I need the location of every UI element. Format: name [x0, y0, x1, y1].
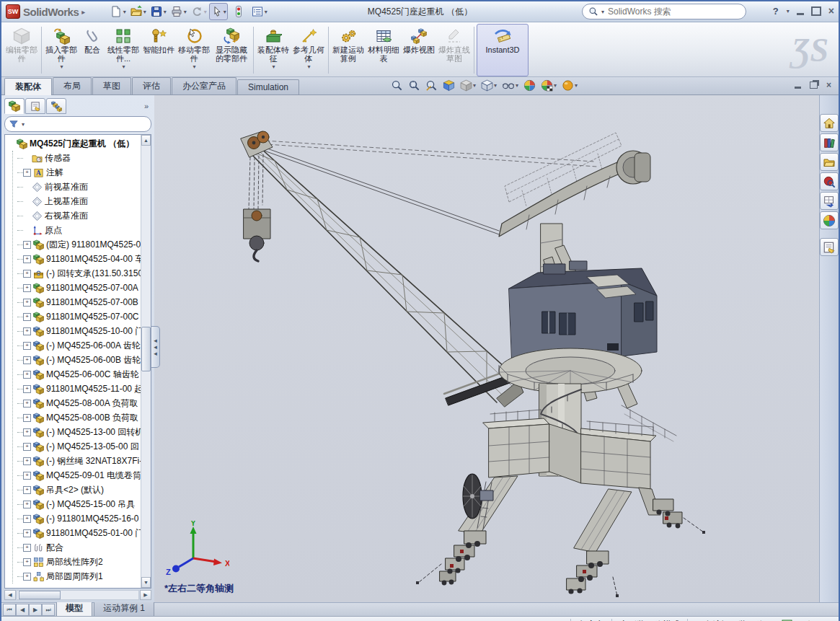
tree-item-linear-pattern[interactable]: +局部线性阵列2: [13, 555, 141, 569]
tab-layout[interactable]: 布局: [53, 77, 92, 94]
solidworks-resources-button[interactable]: [820, 114, 839, 132]
expand-toggle[interactable]: +: [23, 284, 31, 292]
edit-component-button[interactable]: 编辑零部件: [4, 24, 39, 76]
expand-toggle[interactable]: +: [23, 486, 31, 494]
first-tab-button[interactable]: ⏮: [3, 604, 16, 616]
help-caret[interactable]: ▾: [787, 8, 790, 14]
tree-item-component[interactable]: +(-) MQ4525-06-00A 齿轮: [13, 338, 141, 353]
undo-button[interactable]: ▾: [189, 3, 208, 20]
apply-scene-button[interactable]: ▾: [539, 79, 558, 92]
expand-toggle[interactable]: +: [23, 529, 31, 537]
expand-toggle[interactable]: +: [23, 515, 31, 523]
tree-item-component[interactable]: +(-) MQ4525-13-05-00 回: [13, 439, 141, 454]
tree-item-component[interactable]: +MQ4525-08-00A 负荷取: [13, 396, 141, 410]
model-tab[interactable]: 模型: [56, 601, 92, 616]
tree-item-component[interactable]: +(-) MQ4525-15-00 吊具: [13, 497, 141, 511]
tree-horizontal-scrollbar[interactable]: ◀ ▶: [4, 590, 151, 600]
doc-close-button[interactable]: ×: [826, 80, 831, 90]
tree-item-annotations[interactable]: +注解: [13, 165, 141, 180]
appearances-scenes-button[interactable]: [820, 211, 839, 229]
doc-minimize-button[interactable]: [795, 87, 801, 89]
scroll-down-arrow[interactable]: ▼: [141, 577, 151, 588]
expand-toggle[interactable]: +: [23, 255, 31, 263]
linear-component-pattern-button[interactable]: 线性零部件...▾: [106, 24, 141, 76]
graphics-area[interactable]: Y X Z *左右二等角轴测: [154, 95, 819, 602]
tree-item-component[interactable]: +MQ4525-09-01 电缆卷筒: [13, 468, 141, 483]
tree-item-circular-pattern[interactable]: +局部圆周阵列1: [13, 569, 141, 583]
print-button[interactable]: ▾: [169, 3, 187, 20]
tree-item-component[interactable]: +911801MQ4525-07-00A: [13, 281, 141, 295]
expand-toggle[interactable]: +: [23, 544, 31, 552]
tree-item-component[interactable]: +(-) MQ4525-06-00B 齿轮: [13, 353, 141, 367]
new-motion-study-button[interactable]: 新建运动算例: [331, 24, 366, 76]
search-box[interactable]: ▾: [582, 4, 746, 19]
scroll-up-arrow[interactable]: ▲: [141, 135, 151, 146]
search-scope-caret[interactable]: ▾: [601, 9, 604, 15]
expand-toggle[interactable]: +: [23, 501, 31, 508]
tree-item-origin[interactable]: 原点: [13, 223, 141, 237]
section-view-button[interactable]: [441, 79, 456, 92]
expand-toggle[interactable]: +: [23, 428, 31, 436]
tree-item-component[interactable]: +911801MQ4525-07-00B: [13, 295, 141, 309]
panel-splitter-handle[interactable]: ◂◂◂: [151, 326, 160, 368]
menu-expand-arrow[interactable]: ▸: [81, 8, 85, 16]
prev-tab-button[interactable]: ◀: [16, 604, 29, 616]
expand-toggle[interactable]: +: [23, 342, 31, 350]
show-hidden-components-button[interactable]: 显示隐藏的零部件: [212, 24, 251, 76]
crane-model[interactable]: [154, 95, 819, 600]
expand-toggle[interactable]: +: [23, 169, 31, 177]
tree-item-component[interactable]: +(固定) 911801MQ4525-0: [13, 237, 141, 252]
tree-item-top-plane[interactable]: 上视基准面: [13, 194, 141, 208]
save-button[interactable]: ▾: [149, 3, 167, 20]
tab-assembly[interactable]: 装配体: [4, 78, 52, 95]
tree-item-component[interactable]: +(-) 钢丝绳 32NAT18X7Fi-: [13, 454, 141, 468]
tree-item-mates[interactable]: +配合: [13, 540, 141, 555]
expand-toggle[interactable]: +: [23, 400, 31, 408]
expand-toggle[interactable]: +: [23, 313, 31, 321]
zoom-to-fit-button[interactable]: [389, 79, 404, 92]
zoom-to-area-button[interactable]: [407, 79, 422, 92]
expand-toggle[interactable]: +: [23, 472, 31, 480]
expand-toggle[interactable]: +: [23, 371, 31, 379]
design-library-button[interactable]: [820, 133, 839, 151]
help-button[interactable]: ?: [773, 6, 779, 17]
motion-study-tab[interactable]: 运动算例 1: [94, 601, 154, 616]
select-tool-button[interactable]: ▾: [209, 3, 228, 20]
tree-item-right-plane[interactable]: 右视基准面: [13, 208, 141, 223]
featuremanager-tab[interactable]: [4, 98, 25, 114]
propertymanager-tab[interactable]: [25, 98, 45, 114]
expand-toggle[interactable]: +: [23, 241, 31, 249]
tree-item-component[interactable]: +911801MQ4525-04-00 车: [13, 252, 141, 266]
instant3d-button[interactable]: Instant3D: [477, 24, 529, 76]
smart-fasteners-button[interactable]: 智能扣件: [141, 24, 176, 76]
scroll-right-arrow[interactable]: ▶: [140, 590, 151, 600]
scroll-thumb[interactable]: [19, 591, 61, 599]
expand-toggle[interactable]: +: [23, 573, 31, 581]
expand-toggle[interactable]: +: [23, 299, 31, 307]
new-document-button[interactable]: ▾: [108, 3, 127, 20]
mate-button[interactable]: 配合: [79, 24, 105, 76]
selection-filter-button[interactable]: [229, 3, 248, 20]
custom-properties-button[interactable]: [820, 238, 839, 256]
file-explorer-button[interactable]: [820, 153, 839, 171]
last-tab-button[interactable]: ⏭: [42, 604, 55, 616]
expand-toggle[interactable]: +: [23, 385, 31, 393]
tree-vertical-scrollbar[interactable]: ▲ ▼: [141, 135, 151, 588]
options-button[interactable]: ▾: [249, 3, 268, 20]
tree-item-root[interactable]: MQ4525门座起重机 （低）: [8, 136, 141, 151]
explode-line-sketch-button[interactable]: 爆炸直线草图: [437, 24, 472, 76]
expand-toggle[interactable]: +: [23, 327, 31, 335]
assembly-features-button[interactable]: 装配体特征▾: [256, 24, 291, 76]
expand-toggle[interactable]: +: [23, 356, 31, 364]
tree-item-component[interactable]: +911801MQ4525-07-00C: [13, 309, 141, 324]
scroll-left-arrow[interactable]: ◀: [4, 590, 16, 600]
expand-toggle[interactable]: +: [23, 270, 31, 278]
close-button[interactable]: ×: [828, 5, 834, 17]
expand-toggle[interactable]: +: [23, 558, 31, 566]
tree-item-component[interactable]: +(-) 回转支承(131.50.3150: [13, 266, 141, 281]
tree-item-component[interactable]: +(-) MQ4525-13-00 回转机: [13, 425, 141, 439]
tree-item-component[interactable]: +911801MQ4525-11-00 起: [13, 382, 141, 396]
view-settings-button[interactable]: ▾: [560, 79, 579, 92]
tab-office-products[interactable]: 办公室产品: [172, 77, 236, 94]
hide-show-items-button[interactable]: ▾: [500, 79, 520, 92]
